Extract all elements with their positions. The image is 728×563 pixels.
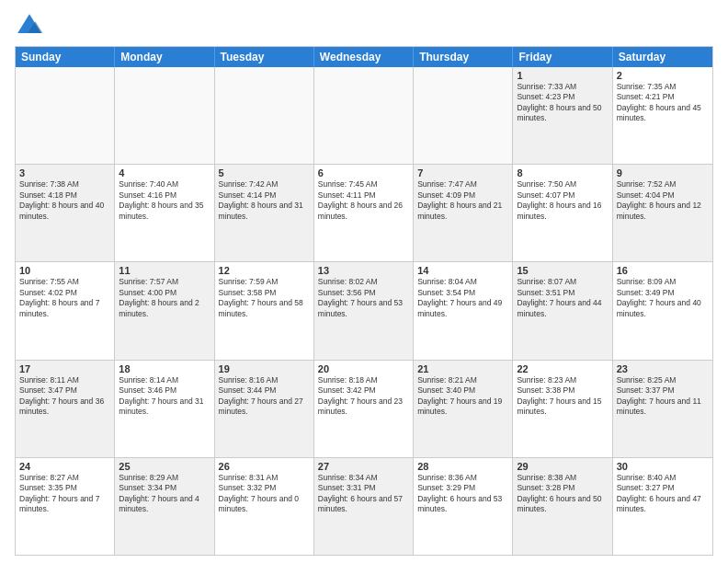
day-number: 29 xyxy=(517,461,608,472)
day-number: 5 xyxy=(219,167,310,178)
day-info: Sunrise: 8:29 AM Sunset: 3:34 PM Dayligh… xyxy=(119,473,210,515)
day-number: 28 xyxy=(417,461,508,472)
day-info: Sunrise: 8:36 AM Sunset: 3:29 PM Dayligh… xyxy=(417,473,508,515)
header-day-friday: Friday xyxy=(513,47,612,67)
calendar-cell-6: 6Sunrise: 7:45 AM Sunset: 4:11 PM Daylig… xyxy=(314,165,414,261)
day-info: Sunrise: 7:59 AM Sunset: 3:58 PM Dayligh… xyxy=(219,277,310,319)
day-info: Sunrise: 8:38 AM Sunset: 3:28 PM Dayligh… xyxy=(517,473,608,515)
calendar-cell-13: 13Sunrise: 8:02 AM Sunset: 3:56 PM Dayli… xyxy=(314,262,414,359)
calendar-cell-5: 5Sunrise: 7:42 AM Sunset: 4:14 PM Daylig… xyxy=(215,165,314,261)
day-number: 30 xyxy=(617,461,709,472)
day-info: Sunrise: 8:02 AM Sunset: 3:56 PM Dayligh… xyxy=(318,277,409,319)
day-info: Sunrise: 8:04 AM Sunset: 3:54 PM Dayligh… xyxy=(417,277,508,319)
calendar-cell-24: 24Sunrise: 8:27 AM Sunset: 3:35 PM Dayli… xyxy=(16,458,115,555)
calendar-cell-8: 8Sunrise: 7:50 AM Sunset: 4:07 PM Daylig… xyxy=(513,165,612,261)
calendar-cell-empty-0-1 xyxy=(115,67,214,164)
calendar-cell-12: 12Sunrise: 7:59 AM Sunset: 3:58 PM Dayli… xyxy=(215,262,314,359)
calendar-row-2: 3Sunrise: 7:38 AM Sunset: 4:18 PM Daylig… xyxy=(16,164,712,261)
day-info: Sunrise: 8:16 AM Sunset: 3:44 PM Dayligh… xyxy=(219,375,310,418)
calendar-row-5: 24Sunrise: 8:27 AM Sunset: 3:35 PM Dayli… xyxy=(16,457,712,555)
day-info: Sunrise: 7:55 AM Sunset: 4:02 PM Dayligh… xyxy=(19,277,110,319)
day-number: 15 xyxy=(517,265,608,276)
calendar-cell-26: 26Sunrise: 8:31 AM Sunset: 3:32 PM Dayli… xyxy=(215,458,314,555)
calendar: SundayMondayTuesdayWednesdayThursdayFrid… xyxy=(15,46,713,556)
calendar-cell-empty-0-4 xyxy=(414,67,513,164)
calendar-cell-empty-0-3 xyxy=(314,67,414,164)
calendar-cell-3: 3Sunrise: 7:38 AM Sunset: 4:18 PM Daylig… xyxy=(16,165,115,261)
day-number: 21 xyxy=(417,363,508,374)
day-info: Sunrise: 7:50 AM Sunset: 4:07 PM Dayligh… xyxy=(517,179,608,222)
header-day-wednesday: Wednesday xyxy=(314,47,414,67)
header-day-tuesday: Tuesday xyxy=(215,47,314,67)
day-number: 18 xyxy=(119,363,210,374)
logo-icon xyxy=(15,11,44,40)
page: SundayMondayTuesdayWednesdayThursdayFrid… xyxy=(0,0,728,563)
logo xyxy=(15,11,48,40)
day-info: Sunrise: 8:11 AM Sunset: 3:47 PM Dayligh… xyxy=(19,375,110,418)
day-number: 23 xyxy=(617,363,709,374)
day-info: Sunrise: 7:57 AM Sunset: 4:00 PM Dayligh… xyxy=(119,277,210,319)
day-number: 16 xyxy=(617,265,709,276)
day-number: 22 xyxy=(517,363,608,374)
day-number: 14 xyxy=(417,265,508,276)
day-number: 26 xyxy=(219,461,310,472)
header-day-sunday: Sunday xyxy=(16,47,115,67)
day-info: Sunrise: 8:40 AM Sunset: 3:27 PM Dayligh… xyxy=(617,473,709,515)
day-number: 2 xyxy=(617,70,709,81)
day-info: Sunrise: 8:27 AM Sunset: 3:35 PM Dayligh… xyxy=(19,473,110,515)
day-number: 11 xyxy=(119,265,210,276)
day-number: 3 xyxy=(19,167,110,178)
calendar-cell-20: 20Sunrise: 8:18 AM Sunset: 3:42 PM Dayli… xyxy=(314,361,414,457)
calendar-cell-28: 28Sunrise: 8:36 AM Sunset: 3:29 PM Dayli… xyxy=(414,458,513,555)
calendar-cell-16: 16Sunrise: 8:09 AM Sunset: 3:49 PM Dayli… xyxy=(613,262,712,359)
day-number: 8 xyxy=(517,167,608,178)
day-number: 12 xyxy=(219,265,310,276)
calendar-cell-7: 7Sunrise: 7:47 AM Sunset: 4:09 PM Daylig… xyxy=(414,165,513,261)
day-number: 25 xyxy=(119,461,210,472)
day-info: Sunrise: 7:45 AM Sunset: 4:11 PM Dayligh… xyxy=(318,179,409,222)
day-info: Sunrise: 7:35 AM Sunset: 4:21 PM Dayligh… xyxy=(617,82,709,124)
calendar-cell-14: 14Sunrise: 8:04 AM Sunset: 3:54 PM Dayli… xyxy=(414,262,513,359)
day-number: 6 xyxy=(318,167,409,178)
calendar-cell-18: 18Sunrise: 8:14 AM Sunset: 3:46 PM Dayli… xyxy=(115,361,214,457)
day-info: Sunrise: 8:21 AM Sunset: 3:40 PM Dayligh… xyxy=(417,375,508,418)
calendar-body: 1Sunrise: 7:33 AM Sunset: 4:23 PM Daylig… xyxy=(16,67,712,555)
calendar-cell-2: 2Sunrise: 7:35 AM Sunset: 4:21 PM Daylig… xyxy=(613,67,712,164)
calendar-cell-25: 25Sunrise: 8:29 AM Sunset: 3:34 PM Dayli… xyxy=(115,458,214,555)
day-info: Sunrise: 7:38 AM Sunset: 4:18 PM Dayligh… xyxy=(19,179,110,222)
calendar-cell-19: 19Sunrise: 8:16 AM Sunset: 3:44 PM Dayli… xyxy=(215,361,314,457)
calendar-cell-empty-0-2 xyxy=(215,67,314,164)
day-number: 27 xyxy=(318,461,409,472)
header-day-thursday: Thursday xyxy=(414,47,513,67)
day-info: Sunrise: 8:07 AM Sunset: 3:51 PM Dayligh… xyxy=(517,277,608,319)
day-number: 1 xyxy=(517,70,608,81)
day-number: 10 xyxy=(19,265,110,276)
calendar-cell-10: 10Sunrise: 7:55 AM Sunset: 4:02 PM Dayli… xyxy=(16,262,115,359)
calendar-cell-27: 27Sunrise: 8:34 AM Sunset: 3:31 PM Dayli… xyxy=(314,458,414,555)
day-info: Sunrise: 8:31 AM Sunset: 3:32 PM Dayligh… xyxy=(219,473,310,515)
calendar-cell-4: 4Sunrise: 7:40 AM Sunset: 4:16 PM Daylig… xyxy=(115,165,214,261)
day-info: Sunrise: 7:40 AM Sunset: 4:16 PM Dayligh… xyxy=(119,179,210,222)
calendar-cell-1: 1Sunrise: 7:33 AM Sunset: 4:23 PM Daylig… xyxy=(513,67,612,164)
day-number: 19 xyxy=(219,363,310,374)
calendar-row-1: 1Sunrise: 7:33 AM Sunset: 4:23 PM Daylig… xyxy=(16,67,712,164)
day-info: Sunrise: 7:52 AM Sunset: 4:04 PM Dayligh… xyxy=(617,179,709,222)
calendar-header: SundayMondayTuesdayWednesdayThursdayFrid… xyxy=(16,47,712,67)
day-info: Sunrise: 7:33 AM Sunset: 4:23 PM Dayligh… xyxy=(517,82,608,124)
calendar-cell-9: 9Sunrise: 7:52 AM Sunset: 4:04 PM Daylig… xyxy=(613,165,712,261)
calendar-row-3: 10Sunrise: 7:55 AM Sunset: 4:02 PM Dayli… xyxy=(16,261,712,359)
day-info: Sunrise: 8:25 AM Sunset: 3:37 PM Dayligh… xyxy=(617,375,709,418)
day-info: Sunrise: 8:18 AM Sunset: 3:42 PM Dayligh… xyxy=(318,375,409,418)
day-number: 20 xyxy=(318,363,409,374)
calendar-cell-30: 30Sunrise: 8:40 AM Sunset: 3:27 PM Dayli… xyxy=(613,458,712,555)
day-number: 24 xyxy=(19,461,110,472)
day-number: 4 xyxy=(119,167,210,178)
calendar-cell-21: 21Sunrise: 8:21 AM Sunset: 3:40 PM Dayli… xyxy=(414,361,513,457)
day-info: Sunrise: 7:47 AM Sunset: 4:09 PM Dayligh… xyxy=(417,179,508,222)
day-number: 9 xyxy=(617,167,709,178)
day-info: Sunrise: 8:09 AM Sunset: 3:49 PM Dayligh… xyxy=(617,277,709,319)
calendar-cell-17: 17Sunrise: 8:11 AM Sunset: 3:47 PM Dayli… xyxy=(16,361,115,457)
calendar-row-4: 17Sunrise: 8:11 AM Sunset: 3:47 PM Dayli… xyxy=(16,360,712,457)
header-day-monday: Monday xyxy=(115,47,214,67)
header xyxy=(15,11,713,40)
